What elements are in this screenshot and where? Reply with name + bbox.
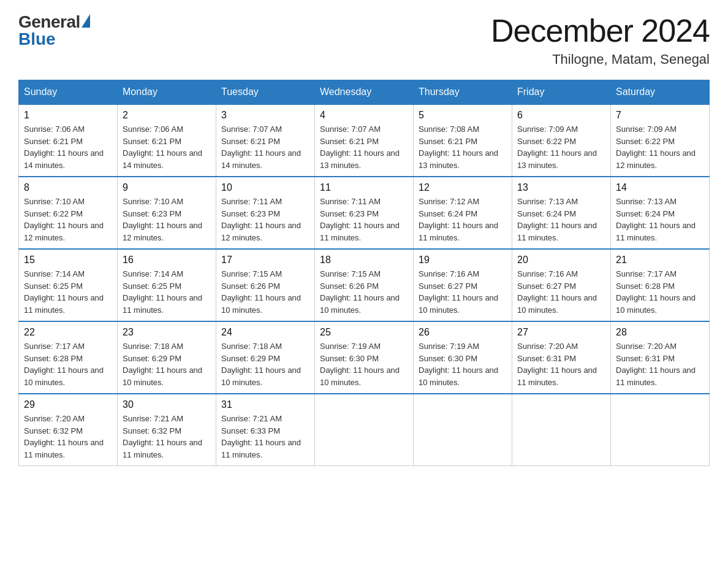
calendar-cell <box>611 394 710 466</box>
calendar-cell: 7 Sunrise: 7:09 AMSunset: 6:22 PMDayligh… <box>611 104 710 177</box>
day-info: Sunrise: 7:14 AMSunset: 6:25 PMDaylight:… <box>123 268 211 316</box>
day-info: Sunrise: 7:07 AMSunset: 6:21 PMDaylight:… <box>320 123 408 171</box>
day-info: Sunrise: 7:12 AMSunset: 6:24 PMDaylight:… <box>419 196 507 243</box>
day-info: Sunrise: 7:09 AMSunset: 6:22 PMDaylight:… <box>517 123 605 171</box>
calendar-cell: 26 Sunrise: 7:19 AMSunset: 6:30 PMDaylig… <box>414 321 512 394</box>
calendar-cell: 6 Sunrise: 7:09 AMSunset: 6:22 PMDayligh… <box>512 104 611 177</box>
day-number: 31 <box>221 399 309 410</box>
header-tuesday: Tuesday <box>216 80 315 105</box>
day-number: 2 <box>123 110 211 121</box>
calendar-cell: 16 Sunrise: 7:14 AMSunset: 6:25 PMDaylig… <box>118 249 216 321</box>
calendar-cell: 15 Sunrise: 7:14 AMSunset: 6:25 PMDaylig… <box>19 249 118 321</box>
calendar-cell: 23 Sunrise: 7:18 AMSunset: 6:29 PMDaylig… <box>118 321 216 394</box>
day-info: Sunrise: 7:15 AMSunset: 6:26 PMDaylight:… <box>320 268 408 316</box>
day-number: 6 <box>517 110 605 121</box>
day-info: Sunrise: 7:10 AMSunset: 6:23 PMDaylight:… <box>123 196 211 243</box>
day-number: 14 <box>616 182 704 193</box>
day-number: 9 <box>123 182 211 193</box>
calendar-cell: 22 Sunrise: 7:17 AMSunset: 6:28 PMDaylig… <box>19 321 118 394</box>
day-number: 5 <box>419 110 507 121</box>
calendar-cell: 21 Sunrise: 7:17 AMSunset: 6:28 PMDaylig… <box>611 249 710 321</box>
calendar-cell: 9 Sunrise: 7:10 AMSunset: 6:23 PMDayligh… <box>118 177 216 249</box>
day-number: 28 <box>616 327 704 338</box>
day-number: 18 <box>320 255 408 266</box>
day-info: Sunrise: 7:11 AMSunset: 6:23 PMDaylight:… <box>320 196 408 243</box>
header-thursday: Thursday <box>414 80 512 105</box>
day-info: Sunrise: 7:13 AMSunset: 6:24 PMDaylight:… <box>616 196 704 243</box>
day-info: Sunrise: 7:20 AMSunset: 6:31 PMDaylight:… <box>616 340 704 388</box>
day-number: 12 <box>419 182 507 193</box>
calendar-cell: 29 Sunrise: 7:20 AMSunset: 6:32 PMDaylig… <box>19 394 118 466</box>
day-number: 13 <box>517 182 605 193</box>
week-row-4: 22 Sunrise: 7:17 AMSunset: 6:28 PMDaylig… <box>19 321 710 394</box>
calendar-cell: 27 Sunrise: 7:20 AMSunset: 6:31 PMDaylig… <box>512 321 611 394</box>
calendar-cell: 10 Sunrise: 7:11 AMSunset: 6:23 PMDaylig… <box>216 177 315 249</box>
month-title: December 2024 <box>491 12 710 49</box>
day-info: Sunrise: 7:07 AMSunset: 6:21 PMDaylight:… <box>221 123 309 171</box>
calendar-cell <box>414 394 512 466</box>
day-number: 15 <box>24 255 112 266</box>
calendar-cell: 11 Sunrise: 7:11 AMSunset: 6:23 PMDaylig… <box>315 177 414 249</box>
day-number: 4 <box>320 110 408 121</box>
day-number: 17 <box>221 255 309 266</box>
day-info: Sunrise: 7:19 AMSunset: 6:30 PMDaylight:… <box>419 340 507 388</box>
day-info: Sunrise: 7:06 AMSunset: 6:21 PMDaylight:… <box>123 123 211 171</box>
calendar-cell <box>315 394 414 466</box>
week-row-3: 15 Sunrise: 7:14 AMSunset: 6:25 PMDaylig… <box>19 249 710 321</box>
day-number: 10 <box>221 182 309 193</box>
day-number: 27 <box>517 327 605 338</box>
day-info: Sunrise: 7:20 AMSunset: 6:32 PMDaylight:… <box>24 413 112 461</box>
calendar-cell: 1 Sunrise: 7:06 AMSunset: 6:21 PMDayligh… <box>19 104 118 177</box>
day-number: 24 <box>221 327 309 338</box>
logo-triangle-icon <box>82 14 90 28</box>
calendar-table: SundayMondayTuesdayWednesdayThursdayFrid… <box>18 80 710 466</box>
location-title: Thilogne, Matam, Senegal <box>491 52 710 67</box>
day-info: Sunrise: 7:18 AMSunset: 6:29 PMDaylight:… <box>221 340 309 388</box>
day-number: 19 <box>419 255 507 266</box>
logo: General Blue <box>18 12 90 49</box>
day-number: 16 <box>123 255 211 266</box>
day-number: 8 <box>24 182 112 193</box>
calendar-cell: 5 Sunrise: 7:08 AMSunset: 6:21 PMDayligh… <box>414 104 512 177</box>
day-number: 3 <box>221 110 309 121</box>
calendar-cell: 18 Sunrise: 7:15 AMSunset: 6:26 PMDaylig… <box>315 249 414 321</box>
header-wednesday: Wednesday <box>315 80 414 105</box>
day-number: 23 <box>123 327 211 338</box>
day-info: Sunrise: 7:19 AMSunset: 6:30 PMDaylight:… <box>320 340 408 388</box>
header-saturday: Saturday <box>611 80 710 105</box>
day-number: 26 <box>419 327 507 338</box>
week-row-1: 1 Sunrise: 7:06 AMSunset: 6:21 PMDayligh… <box>19 104 710 177</box>
logo-blue-text: Blue <box>18 29 56 49</box>
calendar-cell: 24 Sunrise: 7:18 AMSunset: 6:29 PMDaylig… <box>216 321 315 394</box>
day-number: 20 <box>517 255 605 266</box>
calendar-cell: 20 Sunrise: 7:16 AMSunset: 6:27 PMDaylig… <box>512 249 611 321</box>
day-number: 30 <box>123 399 211 410</box>
day-info: Sunrise: 7:10 AMSunset: 6:22 PMDaylight:… <box>24 196 112 243</box>
day-info: Sunrise: 7:17 AMSunset: 6:28 PMDaylight:… <box>616 268 704 316</box>
calendar-cell: 28 Sunrise: 7:20 AMSunset: 6:31 PMDaylig… <box>611 321 710 394</box>
day-number: 21 <box>616 255 704 266</box>
day-info: Sunrise: 7:14 AMSunset: 6:25 PMDaylight:… <box>24 268 112 316</box>
day-info: Sunrise: 7:16 AMSunset: 6:27 PMDaylight:… <box>517 268 605 316</box>
week-row-2: 8 Sunrise: 7:10 AMSunset: 6:22 PMDayligh… <box>19 177 710 249</box>
calendar-cell: 3 Sunrise: 7:07 AMSunset: 6:21 PMDayligh… <box>216 104 315 177</box>
day-info: Sunrise: 7:21 AMSunset: 6:33 PMDaylight:… <box>221 413 309 461</box>
calendar-cell: 13 Sunrise: 7:13 AMSunset: 6:24 PMDaylig… <box>512 177 611 249</box>
day-info: Sunrise: 7:06 AMSunset: 6:21 PMDaylight:… <box>24 123 112 171</box>
calendar-cell: 25 Sunrise: 7:19 AMSunset: 6:30 PMDaylig… <box>315 321 414 394</box>
calendar-cell: 12 Sunrise: 7:12 AMSunset: 6:24 PMDaylig… <box>414 177 512 249</box>
day-number: 7 <box>616 110 704 121</box>
day-info: Sunrise: 7:09 AMSunset: 6:22 PMDaylight:… <box>616 123 704 171</box>
day-number: 11 <box>320 182 408 193</box>
calendar-cell: 4 Sunrise: 7:07 AMSunset: 6:21 PMDayligh… <box>315 104 414 177</box>
day-number: 25 <box>320 327 408 338</box>
day-number: 29 <box>24 399 112 410</box>
calendar-cell: 30 Sunrise: 7:21 AMSunset: 6:32 PMDaylig… <box>118 394 216 466</box>
day-info: Sunrise: 7:15 AMSunset: 6:26 PMDaylight:… <box>221 268 309 316</box>
day-info: Sunrise: 7:08 AMSunset: 6:21 PMDaylight:… <box>419 123 507 171</box>
calendar-cell: 8 Sunrise: 7:10 AMSunset: 6:22 PMDayligh… <box>19 177 118 249</box>
calendar-cell: 19 Sunrise: 7:16 AMSunset: 6:27 PMDaylig… <box>414 249 512 321</box>
calendar-cell: 31 Sunrise: 7:21 AMSunset: 6:33 PMDaylig… <box>216 394 315 466</box>
day-info: Sunrise: 7:11 AMSunset: 6:23 PMDaylight:… <box>221 196 309 243</box>
calendar-cell: 14 Sunrise: 7:13 AMSunset: 6:24 PMDaylig… <box>611 177 710 249</box>
